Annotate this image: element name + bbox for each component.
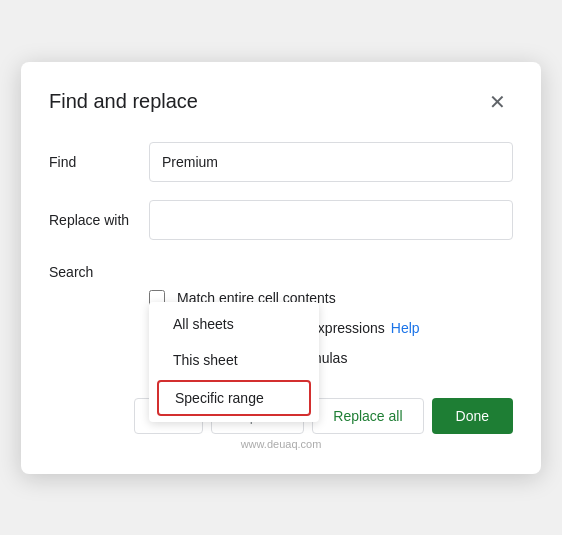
regex-help-link[interactable]: Help <box>391 320 420 336</box>
search-option-this-sheet[interactable]: This sheet <box>149 342 319 378</box>
dialog-header: Find and replace ✕ <box>49 86 513 118</box>
find-label: Find <box>49 154 149 170</box>
replace-with-input[interactable] <box>149 200 513 240</box>
done-button[interactable]: Done <box>432 398 513 434</box>
replace-all-button[interactable]: Replace all <box>312 398 423 434</box>
replace-with-label: Replace with <box>49 212 149 228</box>
replace-with-row: Replace with <box>49 200 513 240</box>
find-input[interactable] <box>149 142 513 182</box>
search-row: Search All sheets This sheet Specific ra… <box>49 258 513 280</box>
search-option-specific-range[interactable]: Specific range <box>157 380 311 416</box>
watermark: www.deuaq.com <box>49 438 513 450</box>
search-dropdown-popup: All sheets This sheet Specific range <box>149 302 319 422</box>
search-label: Search <box>49 258 149 280</box>
close-button[interactable]: ✕ <box>481 86 513 118</box>
find-replace-dialog: Find and replace ✕ Find Replace with Sea… <box>21 62 541 474</box>
dialog-title: Find and replace <box>49 90 198 113</box>
search-option-all-sheets[interactable]: All sheets <box>149 306 319 342</box>
find-row: Find <box>49 142 513 182</box>
